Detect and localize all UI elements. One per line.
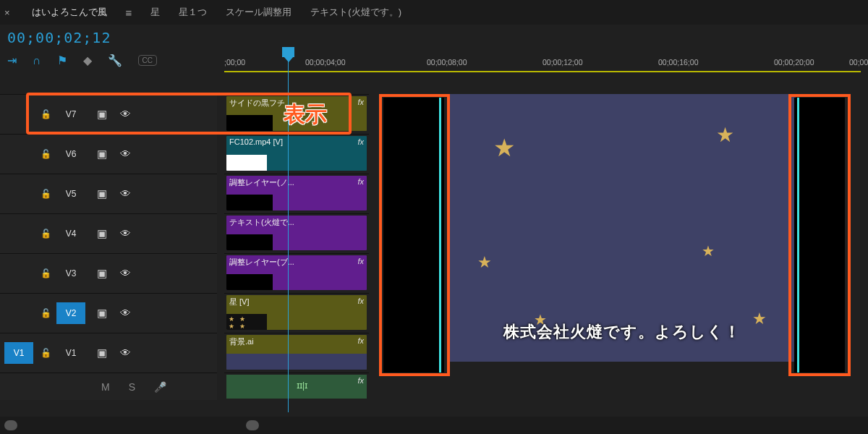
tag-icon[interactable]: ◆ bbox=[83, 54, 92, 67]
clip-v1[interactable]: 背景.ai fx bbox=[226, 335, 367, 370]
star-graphic: ★ bbox=[716, 123, 734, 147]
playhead[interactable] bbox=[288, 47, 289, 412]
solo-toggle[interactable]: S bbox=[129, 381, 135, 393]
insert-mode-icon[interactable]: ⇥ bbox=[7, 54, 17, 67]
sequence-tab[interactable]: スケール調整用 bbox=[226, 6, 292, 19]
clip-v2[interactable]: 星 [V] fx ★ ★★ ★ bbox=[226, 295, 367, 330]
star-graphic: ★ bbox=[477, 253, 492, 272]
star-graphic: ★ bbox=[493, 133, 515, 162]
time-ruler[interactable]: ;00;00 00;00;04;00 00;00;08;00 00;00;12;… bbox=[224, 51, 868, 80]
fx-badge-icon[interactable]: fx bbox=[357, 177, 364, 186]
track-label[interactable]: V6 bbox=[56, 143, 85, 165]
ruler-tick: 00;00;24; bbox=[849, 58, 868, 67]
eye-icon[interactable]: 👁 bbox=[120, 148, 131, 161]
clip-name: サイドの黒フチ bbox=[229, 98, 355, 109]
lock-icon[interactable]: 🔓 bbox=[39, 109, 52, 119]
sync-lock-icon[interactable]: ▣ bbox=[97, 187, 107, 200]
fx-badge-icon[interactable]: fx bbox=[357, 297, 364, 305]
snap-magnet-icon[interactable]: ∩ bbox=[33, 54, 41, 67]
clip-name: 背景.ai bbox=[229, 336, 355, 347]
timeline-clip-area[interactable]: サイドの黒フチ fx FC102.mp4 [V] fx 調整レイヤー(ノ... … bbox=[224, 94, 369, 414]
mute-toggle[interactable]: M bbox=[101, 381, 110, 393]
lock-icon[interactable]: 🔓 bbox=[39, 149, 52, 159]
clip-v4[interactable]: テキスト(火燵で... bbox=[226, 216, 367, 250]
source-patch-v1[interactable]: V1 bbox=[4, 342, 33, 364]
side-black-bar-left bbox=[383, 98, 444, 373]
lock-icon[interactable]: 🔓 bbox=[39, 229, 52, 239]
clip-name: FC102.mp4 [V] bbox=[229, 137, 355, 146]
fx-badge-icon[interactable]: fx bbox=[357, 137, 364, 146]
sequence-tab[interactable]: 星１つ bbox=[179, 6, 207, 19]
eye-icon[interactable]: 👁 bbox=[120, 346, 131, 359]
settings-wrench-icon[interactable]: 🔧 bbox=[108, 54, 122, 67]
eye-icon[interactable]: 👁 bbox=[120, 108, 131, 121]
cyan-guide-line bbox=[797, 98, 799, 373]
track-header-v6[interactable]: 🔓 V6 ▣👁 bbox=[0, 134, 217, 174]
current-timecode[interactable]: 00;00;02;12 bbox=[7, 29, 157, 46]
clip-v3[interactable]: 調整レイヤー(ブ... fx bbox=[226, 255, 367, 290]
track-header-a1[interactable]: M S 🎤 bbox=[0, 373, 217, 400]
clip-thumbnail bbox=[226, 234, 273, 250]
eye-icon[interactable]: 👁 bbox=[120, 227, 131, 240]
work-area-bar bbox=[224, 71, 861, 72]
sync-lock-icon[interactable]: ▣ bbox=[97, 227, 107, 240]
fx-badge-icon[interactable]: fx bbox=[357, 257, 364, 265]
track-label[interactable]: V1 bbox=[56, 342, 85, 364]
clip-thumbnail bbox=[226, 195, 273, 210]
sequence-tab[interactable]: テキスト(火燵です。) bbox=[310, 6, 401, 19]
clip-thumbnail: ★ ★★ ★ bbox=[226, 314, 267, 330]
track-header-v3[interactable]: 🔓 V3 ▣👁 bbox=[0, 253, 217, 293]
track-header-v4[interactable]: 🔓 V4 ▣👁 bbox=[0, 213, 217, 253]
program-monitor-preview: ★ ★ ★ ★ ★ ★ 株式会社火燵です。よろしく！ bbox=[448, 94, 796, 362]
side-black-bar-right bbox=[794, 98, 845, 373]
ruler-tick: 00;00;12;00 bbox=[542, 58, 582, 67]
lock-icon[interactable]: 🔓 bbox=[39, 348, 52, 358]
sync-lock-icon[interactable]: ▣ bbox=[97, 148, 107, 161]
clip-v5[interactable]: 調整レイヤー(ノ... fx bbox=[226, 176, 367, 210]
sync-lock-icon[interactable]: ▣ bbox=[97, 267, 107, 280]
track-label[interactable]: V2 bbox=[56, 302, 85, 324]
timeline-horizontal-scrollbar[interactable] bbox=[0, 417, 868, 434]
ruler-tick: ;00;00 bbox=[224, 58, 245, 67]
clip-v7[interactable]: サイドの黒フチ fx bbox=[226, 96, 367, 131]
sync-lock-icon[interactable]: ▣ bbox=[97, 108, 107, 121]
ruler-tick: 00;00;20;00 bbox=[774, 58, 814, 67]
track-label[interactable]: V3 bbox=[56, 263, 85, 284]
track-header-v5[interactable]: 🔓 V5 ▣👁 bbox=[0, 174, 217, 213]
lock-icon[interactable]: 🔓 bbox=[39, 308, 52, 318]
sync-lock-icon[interactable]: ▣ bbox=[97, 346, 107, 359]
eye-icon[interactable]: 👁 bbox=[120, 267, 131, 280]
track-header-v2[interactable]: 🔓 V2 ▣👁 bbox=[0, 293, 217, 333]
zoom-handle-right[interactable] bbox=[246, 420, 259, 430]
fx-badge-icon[interactable]: fx bbox=[357, 98, 364, 106]
fx-badge-icon[interactable]: fx bbox=[357, 376, 364, 385]
track-label[interactable]: V7 bbox=[56, 103, 85, 125]
fx-badge-icon[interactable]: fx bbox=[357, 336, 364, 345]
clip-v6[interactable]: FC102.mp4 [V] fx bbox=[226, 136, 367, 171]
close-panel-icon[interactable]: × bbox=[4, 7, 10, 18]
clip-name: 星 [V] bbox=[229, 297, 355, 307]
eye-icon[interactable]: 👁 bbox=[120, 187, 131, 200]
waveform-icon: ɪɪ|ɪ bbox=[297, 380, 307, 391]
sequence-tab[interactable]: 星 bbox=[150, 6, 160, 19]
eye-icon[interactable]: 👁 bbox=[120, 307, 131, 320]
sequence-tab-active[interactable]: はいよろこんで風 bbox=[32, 6, 107, 19]
track-label[interactable]: V5 bbox=[56, 183, 85, 205]
preview-caption-text: 株式会社火燵です。よろしく！ bbox=[448, 321, 796, 343]
lock-icon[interactable]: 🔓 bbox=[39, 189, 52, 199]
star-graphic: ★ bbox=[702, 242, 715, 260]
track-label[interactable]: V4 bbox=[56, 223, 85, 244]
track-header-v1[interactable]: V1 🔓 V1 ▣👁 bbox=[0, 333, 217, 373]
sequence-tab-bar: × はいよろこんで風 ≡ 星 星１つ スケール調整用 テキスト(火燵です。) bbox=[0, 0, 868, 25]
zoom-handle-left[interactable] bbox=[4, 420, 17, 430]
marker-icon[interactable]: ⚑ bbox=[57, 54, 67, 67]
ruler-tick: 00;00;04;00 bbox=[305, 58, 345, 67]
panel-menu-icon[interactable]: ≡ bbox=[126, 7, 132, 19]
sync-lock-icon[interactable]: ▣ bbox=[97, 307, 107, 320]
clip-a1[interactable]: fx ɪɪ|ɪ bbox=[226, 375, 367, 399]
mic-icon[interactable]: 🎤 bbox=[154, 381, 166, 393]
track-header-v7[interactable]: 🔓 V7 ▣ 👁 bbox=[0, 94, 217, 134]
captions-toggle[interactable]: CC bbox=[138, 55, 157, 66]
clip-thumbnail bbox=[226, 274, 273, 290]
lock-icon[interactable]: 🔓 bbox=[39, 268, 52, 278]
